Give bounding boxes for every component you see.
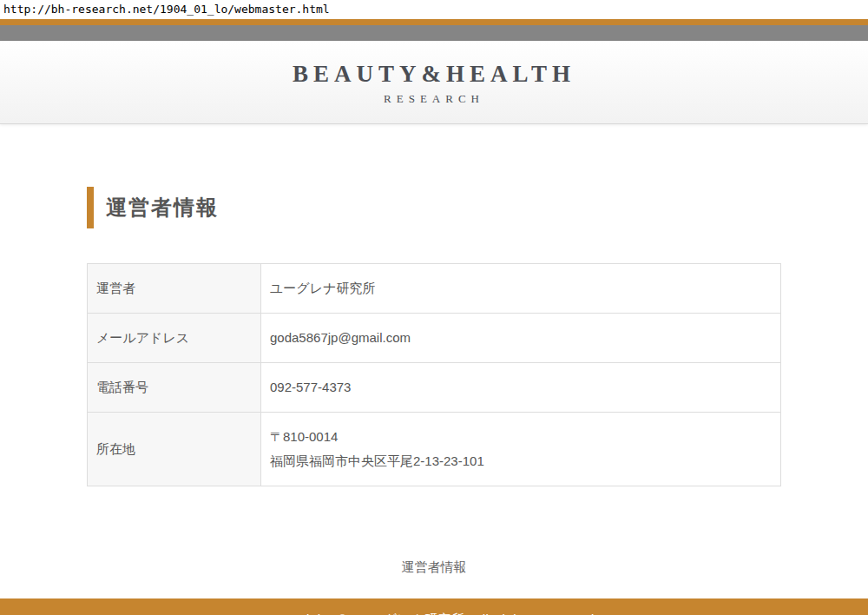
table-row-address: 所在地 〒810-0014 福岡県福岡市中央区平尾2-13-23-101 <box>88 413 781 486</box>
row-value-email: goda5867jp@gmail.com <box>261 314 781 363</box>
row-value-address: 〒810-0014 福岡県福岡市中央区平尾2-13-23-101 <box>261 413 781 486</box>
phone-value: 092-577-4373 <box>270 375 772 400</box>
copyright-text: Copyright © ユーグレナ研究所 All rights reserved… <box>0 598 868 615</box>
row-label-email: メールアドレス <box>88 314 261 363</box>
table-row-operator: 運営者 ユーグレナ研究所 <box>88 264 781 314</box>
row-label-address: 所在地 <box>88 413 261 486</box>
row-label-phone: 電話番号 <box>88 363 261 413</box>
postal-code-value: 〒810-0014 <box>270 425 772 449</box>
row-label-operator: 運営者 <box>88 264 261 314</box>
street-address-value: 福岡県福岡市中央区平尾2-13-23-101 <box>270 449 772 473</box>
footer-nav-link-operator-info[interactable]: 運営者情報 <box>402 559 467 574</box>
operator-info-table: 運営者 ユーグレナ研究所 メールアドレス goda5867jp@gmail.co… <box>87 263 781 486</box>
row-value-phone: 092-577-4373 <box>261 363 781 413</box>
table-row-email: メールアドレス goda5867jp@gmail.com <box>88 314 781 363</box>
page-title: 運営者情報 <box>106 194 219 222</box>
top-accent-strip <box>0 19 868 25</box>
address-bar[interactable]: http://bh-research.net/1904_01_lo/webmas… <box>0 0 868 19</box>
site-logo: BEAUTY&HEALTH RESEARCH <box>0 62 868 105</box>
value-line: ユーグレナ研究所 <box>270 276 772 301</box>
email-value: goda5867jp@gmail.com <box>270 326 772 350</box>
logo-title: BEAUTY&HEALTH <box>0 62 868 86</box>
table-row-phone: 電話番号 092-577-4373 <box>88 363 781 413</box>
footer-nav: 運営者情報 <box>87 559 781 576</box>
top-gray-bar <box>0 25 868 41</box>
site-header: BEAUTY&HEALTH RESEARCH <box>0 41 868 124</box>
copyright-bar: Copyright © ユーグレナ研究所 All rights reserved… <box>0 598 868 615</box>
row-value-operator: ユーグレナ研究所 <box>261 264 781 314</box>
section-heading: 運営者情報 <box>87 187 781 228</box>
logo-subtitle: RESEARCH <box>0 93 868 105</box>
main-content: 運営者情報 運営者 ユーグレナ研究所 メールアドレス goda5867jp@gm… <box>87 187 781 576</box>
